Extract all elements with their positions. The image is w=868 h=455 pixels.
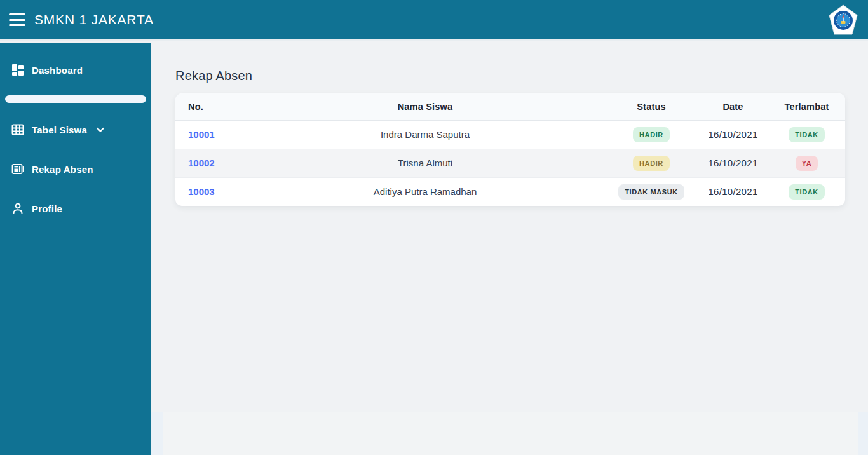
- sidebar-item-label: Profile: [32, 203, 62, 214]
- rekap-absen-table: No. Nama Siswa Status Date Terlambat 100…: [175, 93, 845, 206]
- terlambat-badge: YA: [796, 156, 818, 171]
- table-row: 10001 Indra Darma Saputra HADIR 16/10/20…: [175, 120, 845, 149]
- date-value: 16/10/2021: [698, 120, 768, 149]
- sidebar-divider: [5, 95, 146, 103]
- chevron-down-icon: [96, 125, 105, 134]
- journal-icon: [11, 163, 24, 175]
- status-badge: HADIR: [633, 156, 670, 171]
- sidebar-item-rekap-absen[interactable]: Rekap Absen: [0, 156, 151, 182]
- sidebar-nav: Dashboard Tabel Siswa: [0, 43, 151, 455]
- status-badge: TIDAK MASUK: [618, 184, 684, 200]
- sidebar-item-dashboard[interactable]: Dashboard: [0, 57, 151, 83]
- app-title: SMKN 1 JAKARTA: [34, 12, 154, 27]
- student-id-link[interactable]: 10003: [188, 186, 215, 197]
- school-emblem-logo: [829, 4, 858, 35]
- page-title: Rekap Absen: [175, 69, 845, 83]
- status-badge: HADIR: [633, 127, 670, 142]
- sidebar-item-label: Tabel Siswa: [32, 125, 87, 135]
- column-header-terlambat: Terlambat: [768, 93, 845, 120]
- date-value: 16/10/2021: [698, 177, 768, 206]
- sidebar-item-label: Dashboard: [32, 65, 83, 76]
- terlambat-badge: TIDAK: [789, 127, 825, 142]
- app-header: SMKN 1 JAKARTA: [0, 0, 868, 41]
- column-header-date: Date: [698, 93, 768, 120]
- dashboard-icon: [11, 64, 24, 76]
- student-id-link[interactable]: 10002: [188, 158, 215, 168]
- person-icon: [11, 202, 24, 215]
- student-name: Trisna Almuti: [245, 149, 605, 177]
- date-value: 16/10/2021: [698, 149, 768, 177]
- hamburger-menu-icon[interactable]: [9, 13, 25, 26]
- table-icon: [11, 123, 24, 136]
- footer-band: [151, 412, 868, 455]
- main-content: Rekap Absen No. Nama Siswa Status Date T…: [151, 43, 868, 455]
- student-name: Indra Darma Saputra: [245, 120, 605, 149]
- column-header-status: Status: [605, 93, 698, 120]
- sidebar-item-label: Rekap Absen: [32, 164, 93, 175]
- terlambat-badge: TIDAK: [789, 184, 825, 200]
- table-row: 10003 Aditiya Putra Ramadhan TIDAK MASUK…: [175, 177, 845, 206]
- sidebar-item-tabel-siswa[interactable]: Tabel Siswa: [0, 117, 151, 142]
- student-id-link[interactable]: 10001: [188, 129, 215, 140]
- table-row: 10002 Trisna Almuti HADIR 16/10/2021 YA: [175, 149, 845, 177]
- student-name: Aditiya Putra Ramadhan: [245, 177, 605, 206]
- column-header-nama-siswa: Nama Siswa: [245, 93, 605, 120]
- column-header-no: No.: [175, 93, 245, 120]
- sidebar-item-profile[interactable]: Profile: [0, 196, 151, 221]
- rekap-absen-table-card: No. Nama Siswa Status Date Terlambat 100…: [175, 93, 845, 206]
- table-header-row: No. Nama Siswa Status Date Terlambat: [175, 93, 845, 120]
